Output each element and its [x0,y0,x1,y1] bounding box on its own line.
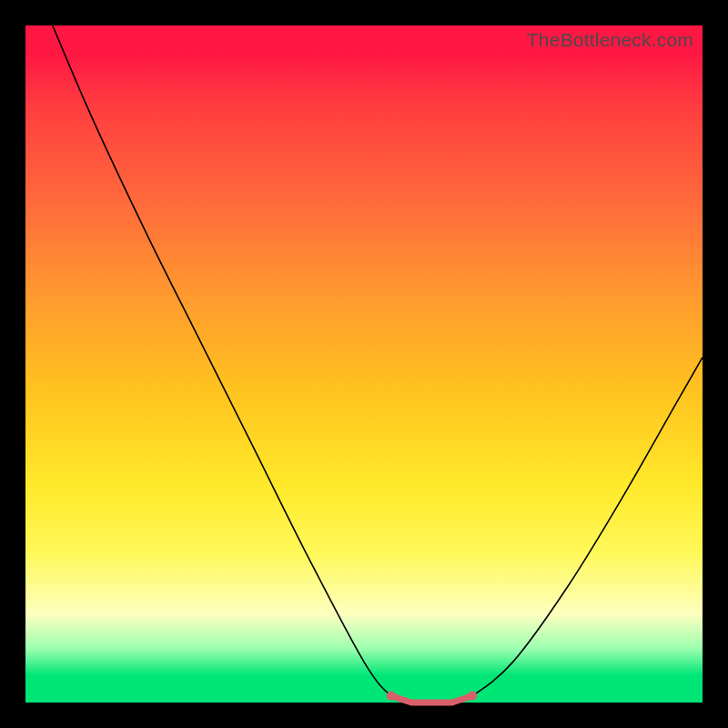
valley-end-dot-1 [468,692,477,701]
plot-area: TheBottleneck.com [25,25,703,703]
valley-marker [387,692,477,703]
bottleneck-curve [53,25,703,703]
valley-segment [391,696,472,703]
chart-frame: TheBottleneck.com [0,0,728,728]
curve-overlay [25,25,703,703]
valley-end-dot-0 [387,692,396,701]
